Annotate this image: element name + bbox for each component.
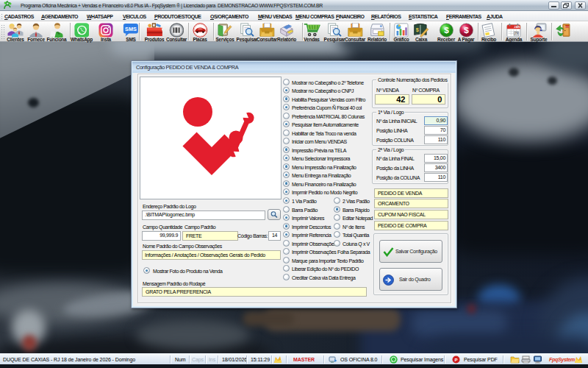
svg-text:EXIT: EXIT bbox=[565, 26, 570, 28]
svg-text:$: $ bbox=[416, 26, 419, 32]
svg-text:$: $ bbox=[444, 25, 449, 35]
svg-text:JAN: JAN bbox=[514, 25, 520, 29]
svg-text:SMS: SMS bbox=[125, 25, 137, 32]
svg-text:$: $ bbox=[464, 25, 469, 35]
svg-text:29: 29 bbox=[514, 32, 519, 35]
svg-text:P: P bbox=[454, 358, 457, 362]
